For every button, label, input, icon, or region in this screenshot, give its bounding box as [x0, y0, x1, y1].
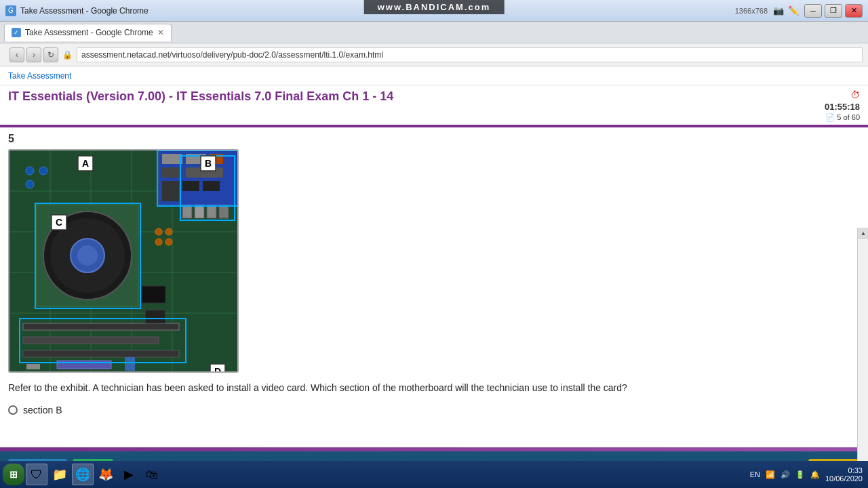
cam-icon: 📷: [773, 5, 784, 16]
speaker-icon: 🔊: [781, 470, 790, 479]
store-symbol: 🛍: [146, 468, 158, 482]
svg-rect-24: [162, 154, 182, 164]
svg-point-32: [26, 167, 34, 175]
scrollbar[interactable]: ▲ ▼: [857, 228, 868, 488]
back-button[interactable]: ‹: [9, 47, 24, 62]
exam-header: IT Essentials (Version 7.00) - IT Essent…: [0, 85, 868, 127]
address-bar: ‹ › ↻ 🔒: [0, 43, 868, 66]
window-title: Take Assessment - Google Chrome: [20, 6, 735, 16]
battery-icon: 🔋: [795, 470, 805, 479]
taskbar-firefox-icon[interactable]: 🦊: [95, 464, 117, 485]
svg-rect-21: [23, 337, 159, 344]
time-display: 0:33: [825, 466, 863, 474]
svg-rect-31: [203, 181, 220, 191]
svg-rect-22: [23, 350, 179, 357]
page-icon: 📄: [825, 113, 835, 121]
svg-rect-42: [26, 364, 40, 369]
tab-title: Take Assessment - Google Chrome: [25, 28, 153, 37]
active-tab[interactable]: ✓ Take Assessment - Google Chrome ✕: [4, 24, 172, 41]
notification-icon: 🔔: [810, 470, 820, 479]
network-icon: 📶: [766, 470, 775, 479]
question-count: 📄 5 of 60: [825, 113, 860, 122]
forward-button[interactable]: ›: [26, 47, 41, 62]
nav-controls: ‹ › ↻: [9, 47, 58, 62]
browser-icon: G: [5, 5, 16, 16]
exhibit-image: A B C D: [8, 149, 239, 373]
window-controls: ─ ❐ ✕: [804, 4, 863, 18]
svg-rect-27: [162, 167, 182, 178]
chrome-symbol: 🌐: [75, 467, 90, 482]
svg-point-34: [26, 180, 34, 188]
title-bar: G Take Assessment - Google Chrome 1366x7…: [0, 0, 868, 22]
svg-point-33: [39, 167, 47, 175]
close-button[interactable]: ✕: [845, 4, 863, 18]
antivirus-symbol: 🛡: [31, 468, 43, 482]
tab-close-button[interactable]: ✕: [157, 28, 164, 37]
reload-button[interactable]: ↻: [43, 47, 58, 62]
question-text: Refer to the exhibit. A technician has b…: [8, 381, 860, 395]
taskbar: ⊞ 🛡 📁 🌐 🦊 ▶ 🛍 EN 📶 🔊 🔋 🔔 0:33 10/06/2020: [0, 461, 868, 488]
svg-point-13: [77, 245, 98, 266]
timer-section: ⏱ 01:55:18 📄 5 of 60: [825, 89, 860, 122]
clock: 0:33 10/06/2020: [825, 466, 865, 483]
radio-option-1[interactable]: [8, 405, 18, 415]
svg-text:A: A: [82, 158, 89, 169]
edit-icon: ✏️: [788, 5, 799, 16]
language-indicator: EN: [750, 470, 760, 479]
question-number: 5: [8, 133, 860, 145]
svg-rect-30: [182, 181, 199, 191]
svg-rect-29: [162, 181, 179, 201]
minimize-button[interactable]: ─: [804, 4, 822, 18]
media-symbol: ▶: [124, 467, 134, 482]
scroll-up-button[interactable]: ▲: [858, 228, 868, 239]
breadcrumb: Take Assessment: [0, 66, 868, 85]
url-bar[interactable]: [77, 47, 863, 62]
svg-point-35: [155, 228, 162, 235]
resolution-label: 1366x768: [735, 7, 768, 15]
svg-rect-18: [23, 323, 179, 330]
motherboard-svg: A B C D: [9, 150, 239, 373]
svg-rect-39: [142, 286, 165, 303]
taskbar-folder-icon[interactable]: 📁: [49, 464, 71, 485]
svg-point-38: [165, 239, 172, 245]
windows-logo: ⊞: [9, 469, 18, 480]
motherboard-graphic: A B C D: [9, 150, 237, 371]
taskbar-store-icon[interactable]: 🛍: [141, 464, 163, 485]
tab-favicon: ✓: [12, 28, 21, 37]
svg-rect-41: [57, 361, 111, 369]
timer-display: 01:55:18: [825, 102, 860, 112]
taskbar-antivirus-icon[interactable]: 🛡: [26, 464, 47, 485]
content-wrapper: ▲ ▼ 5: [0, 127, 868, 447]
restore-button[interactable]: ❐: [825, 4, 842, 18]
svg-point-37: [155, 239, 162, 245]
svg-text:B: B: [205, 158, 212, 169]
svg-text:D: D: [214, 366, 221, 373]
start-button[interactable]: ⊞: [3, 464, 24, 485]
exam-title: IT Essentials (Version 7.00) - IT Essent…: [8, 89, 393, 104]
firefox-symbol: 🦊: [98, 467, 113, 482]
folder-symbol: 📁: [52, 467, 67, 482]
clock-icon: ⏱: [850, 89, 860, 100]
svg-rect-40: [145, 310, 165, 323]
lock-icon: 🔒: [62, 50, 73, 60]
option-label-1: section B: [23, 405, 62, 415]
breadcrumb-link[interactable]: Take Assessment: [8, 71, 71, 81]
question-content: 5: [0, 127, 868, 447]
browser-tab-bar: ✓ Take Assessment - Google Chrome ✕: [0, 22, 868, 43]
svg-rect-43: [125, 357, 135, 371]
svg-point-36: [165, 228, 172, 235]
taskbar-media-icon[interactable]: ▶: [118, 464, 140, 485]
system-tray: EN 📶 🔊 🔋 🔔 0:33 10/06/2020: [750, 466, 865, 483]
taskbar-chrome-icon[interactable]: 🌐: [72, 464, 94, 485]
option-row-1: section B: [8, 405, 860, 415]
date-display: 10/06/2020: [825, 474, 863, 483]
svg-text:C: C: [56, 217, 62, 228]
